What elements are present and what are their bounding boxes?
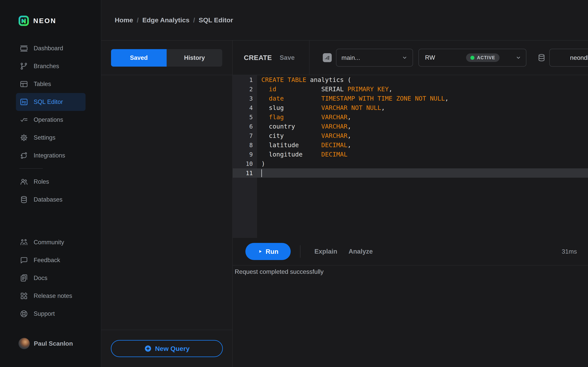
- explain-button[interactable]: Explain: [314, 248, 337, 255]
- code-editor[interactable]: 1CREATE TABLE analytics (2 id SERIAL PRI…: [233, 75, 588, 238]
- sidebar: NEON DashboardBranchesTablesSQL EditorOp…: [0, 0, 101, 367]
- sidebar-nav-secondary: RolesDatabases: [0, 173, 101, 209]
- sidebar-item-roles[interactable]: Roles: [16, 173, 86, 191]
- saved-tabs-row: Saved History: [101, 41, 232, 75]
- sidebar-item-dashboard[interactable]: Dashboard: [16, 39, 86, 57]
- breadcrumb-edge-analytics[interactable]: Edge Analytics: [142, 16, 189, 24]
- neon-logo-icon: [18, 16, 29, 26]
- sidebar-divider: [19, 168, 43, 169]
- code-line-5[interactable]: 5 flag VARCHAR,: [233, 112, 588, 122]
- user-menu[interactable]: Paul Scanlon: [0, 334, 101, 352]
- code-line-4[interactable]: 4 slug VARCHAR NOT NULL,: [233, 103, 588, 112]
- tab-saved[interactable]: Saved: [111, 49, 167, 67]
- branch-chip-button[interactable]: [323, 53, 332, 62]
- community-icon: [19, 238, 28, 247]
- line-number: 9: [233, 151, 257, 158]
- sql-editor-pane: CREATE Save main...: [233, 41, 588, 367]
- code-line-9[interactable]: 9 longitude DECIMAL: [233, 150, 588, 159]
- run-bar-divider: [300, 245, 300, 258]
- saved-queries-panel: Saved History New Query: [101, 41, 233, 367]
- compute-select[interactable]: RW ACTIVE: [418, 49, 526, 67]
- connection-controls: main... RW ACTIVE: [310, 41, 588, 75]
- new-query-button[interactable]: New Query: [111, 340, 223, 357]
- sidebar-item-release-notes[interactable]: Release notes: [16, 287, 86, 305]
- saved-queries-list[interactable]: [101, 75, 232, 330]
- release-notes-icon: [19, 292, 28, 300]
- run-bar: Run Explain Analyze 31ms: [233, 238, 588, 265]
- sidebar-item-docs[interactable]: Docs: [16, 269, 86, 287]
- line-number: 4: [233, 104, 257, 111]
- sidebar-item-settings[interactable]: Settings: [16, 129, 86, 147]
- plus-circle-icon: [144, 345, 152, 352]
- analyze-button[interactable]: Analyze: [348, 248, 373, 255]
- roles-icon: [19, 177, 28, 186]
- breadcrumb: Home/Edge Analytics/SQL Editor: [101, 0, 588, 41]
- line-number: 8: [233, 142, 257, 149]
- tab-history[interactable]: History: [167, 49, 222, 67]
- logo-wordmark: NEON: [33, 17, 56, 25]
- saved-panel-footer: New Query: [101, 330, 232, 367]
- sidebar-item-integrations[interactable]: Integrations: [16, 147, 86, 165]
- tables-icon: [19, 80, 28, 89]
- line-number: 10: [233, 160, 257, 167]
- line-number: 3: [233, 95, 257, 102]
- run-button[interactable]: Run: [245, 243, 291, 260]
- neon-logo: NEON: [0, 0, 101, 39]
- sidebar-item-support[interactable]: Support: [16, 305, 86, 323]
- sidebar-nav-footer: CommunityFeedbackDocsRelease notesSuppor…: [0, 234, 101, 323]
- save-button[interactable]: Save: [280, 54, 294, 61]
- breadcrumb-sql-editor[interactable]: SQL Editor: [199, 16, 233, 24]
- sidebar-item-community[interactable]: Community: [16, 234, 86, 251]
- sidebar-item-branches[interactable]: Branches: [16, 57, 86, 75]
- active-status-dot: [470, 56, 475, 60]
- code-line-11[interactable]: 11: [233, 168, 588, 178]
- saved-history-toggle: Saved History: [111, 49, 222, 67]
- databases-icon: [19, 195, 28, 204]
- sidebar-item-databases[interactable]: Databases: [16, 191, 86, 209]
- operations-icon: [19, 115, 28, 124]
- feedback-icon: [19, 256, 28, 265]
- chevron-down-icon: [516, 55, 521, 61]
- sidebar-item-sql-editor[interactable]: SQL Editor: [16, 93, 86, 111]
- play-icon: [258, 249, 263, 254]
- query-tab-bar: CREATE Save: [233, 41, 310, 75]
- text-cursor: [261, 169, 262, 177]
- code-line-8[interactable]: 8 latitude DECIMAL,: [233, 140, 588, 150]
- status-badge: ACTIVE: [466, 53, 500, 62]
- content: Saved History New Query: [101, 41, 588, 367]
- breadcrumb-home[interactable]: Home: [115, 16, 133, 24]
- dashboard-icon: [19, 44, 28, 53]
- main-area: Home/Edge Analytics/SQL Editor Saved His…: [101, 0, 588, 367]
- results-panel: Request completed successfully: [233, 265, 588, 367]
- line-number: 5: [233, 114, 257, 121]
- code-line-6[interactable]: 6 country VARCHAR,: [233, 122, 588, 131]
- editor-toolbar: CREATE Save main...: [233, 41, 588, 75]
- avatar: [18, 338, 30, 349]
- database-icon: [537, 53, 546, 62]
- sidebar-item-feedback[interactable]: Feedback: [16, 251, 86, 269]
- breadcrumb-separator: /: [137, 16, 138, 24]
- docs-icon: [19, 274, 28, 283]
- database-select[interactable]: neondb: [549, 49, 588, 67]
- line-number: 2: [233, 86, 257, 93]
- line-number: 7: [233, 133, 257, 139]
- breadcrumb-separator: /: [193, 16, 195, 24]
- branch-icon: [324, 55, 330, 61]
- sidebar-nav-main: DashboardBranchesTablesSQL EditorOperati…: [0, 39, 101, 165]
- line-number: 11: [233, 170, 257, 176]
- sidebar-item-tables[interactable]: Tables: [16, 75, 86, 93]
- support-icon: [19, 309, 28, 318]
- user-name: Paul Scanlon: [34, 340, 73, 347]
- code-line-2[interactable]: 2 id SERIAL PRIMARY KEY,: [233, 84, 588, 94]
- code-line-10[interactable]: 10): [233, 159, 588, 168]
- query-tab-title[interactable]: CREATE: [244, 54, 272, 62]
- code-line-1[interactable]: 1CREATE TABLE analytics (: [233, 75, 588, 84]
- settings-icon: [19, 133, 28, 142]
- sql-editor-icon: [19, 98, 28, 106]
- code-line-7[interactable]: 7 city VARCHAR,: [233, 131, 588, 140]
- branch-select[interactable]: main...: [336, 49, 413, 67]
- branches-icon: [19, 62, 28, 71]
- status-message: Request completed successfully: [235, 267, 588, 276]
- sidebar-item-operations[interactable]: Operations: [16, 111, 86, 129]
- code-line-3[interactable]: 3 date TIMESTAMP WITH TIME ZONE NOT NULL…: [233, 94, 588, 103]
